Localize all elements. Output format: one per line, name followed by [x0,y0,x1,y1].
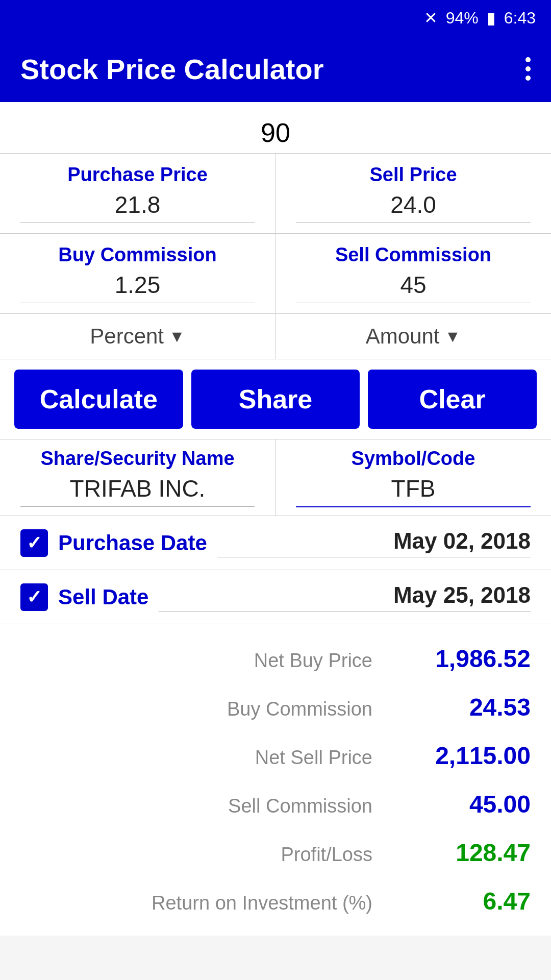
net-buy-price-label: Net Buy Price [254,650,372,672]
sell-price-col: Sell Price [276,154,551,233]
price-row: Purchase Price Sell Price [0,154,551,234]
purchase-price-label: Purchase Price [67,164,208,186]
purchase-price-input[interactable] [20,191,255,223]
sell-date-value[interactable]: May 25, 2018 [159,582,531,611]
purchase-date-value[interactable]: May 02, 2018 [217,528,531,557]
sell-commission-type-arrow: ▼ [445,327,461,346]
sell-date-checkmark: ✓ [27,586,42,608]
sell-date-row: ✓ Sell Date May 25, 2018 [0,570,551,624]
sell-commission-result-row: Sell Commission 45.00 [20,780,531,828]
sell-commission-input[interactable] [296,271,531,303]
sell-commission-result-value: 45.00 [388,790,531,818]
share-name-col: Share/Security Name [0,439,276,516]
net-sell-price-label: Net Sell Price [255,747,372,769]
clear-button[interactable]: Clear [368,370,537,429]
profit-loss-value: 128.47 [388,839,531,867]
main-content: Purchase Price Sell Price Buy Commission… [0,102,551,936]
symbol-input[interactable] [296,475,531,507]
roi-value: 6.47 [388,887,531,915]
buy-commission-type-arrow: ▼ [169,327,185,346]
calculate-button[interactable]: Calculate [14,370,183,429]
sell-date-checkbox-label: ✓ Sell Date [20,583,148,611]
sell-price-label: Sell Price [369,164,457,186]
purchase-date-checkbox-label: ✓ Purchase Date [20,529,207,557]
buttons-row: Calculate Share Clear [0,359,551,439]
purchase-date-checkmark: ✓ [27,532,42,554]
more-options-button[interactable] [525,57,531,81]
net-sell-price-value: 2,115.00 [388,742,531,770]
sell-commission-result-label: Sell Commission [228,795,372,817]
net-buy-price-value: 1,986.52 [388,645,531,673]
app-bar: Stock Price Calculator [0,36,551,102]
net-buy-price-row: Net Buy Price 1,986.52 [20,634,531,683]
buy-commission-input[interactable] [20,271,255,303]
buy-commission-result-label: Buy Commission [227,698,372,720]
buy-commission-result-row: Buy Commission 24.53 [20,683,531,731]
purchase-date-checkbox[interactable]: ✓ [20,529,48,557]
roi-label: Return on Investment (%) [152,892,372,914]
battery-icon: ▮ [487,8,496,28]
symbol-label: Symbol/Code [352,448,475,470]
profit-loss-row: Profit/Loss 128.47 [20,828,531,877]
buy-commission-col: Buy Commission [0,234,276,313]
sell-date-checkbox[interactable]: ✓ [20,583,48,611]
profit-loss-label: Profit/Loss [281,844,372,866]
buy-commission-label: Buy Commission [58,244,216,266]
sell-commission-label: Sell Commission [335,244,491,266]
status-bar: ✕ 94% ▮ 6:43 [0,0,551,36]
sell-commission-type-dropdown[interactable]: Amount ▼ [276,314,551,359]
share-name-input[interactable] [20,475,255,507]
buy-commission-type-text: Percent [90,324,164,349]
shares-row [0,102,551,154]
share-button[interactable]: Share [191,370,360,429]
sell-date-label: Sell Date [58,585,148,609]
share-name-label: Share/Security Name [40,448,234,470]
roi-row: Return on Investment (%) 6.47 [20,877,531,925]
name-symbol-row: Share/Security Name Symbol/Code [0,439,551,516]
sell-commission-type-text: Amount [366,324,440,349]
purchase-date-row: ✓ Purchase Date May 02, 2018 [0,516,551,570]
signal-icon: ✕ [424,8,438,28]
time-display: 6:43 [504,9,536,28]
results-section: Net Buy Price 1,986.52 Buy Commission 24… [0,624,551,936]
app-title: Stock Price Calculator [20,53,323,86]
battery-text: 94% [446,9,479,28]
buy-commission-result-value: 24.53 [388,693,531,721]
symbol-col: Symbol/Code [276,439,551,516]
shares-input[interactable] [20,117,531,153]
sell-commission-col: Sell Commission [276,234,551,313]
sell-price-input[interactable] [296,191,531,223]
purchase-date-label: Purchase Date [58,531,207,555]
dropdown-row: Percent ▼ Amount ▼ [0,314,551,359]
buy-commission-type-dropdown[interactable]: Percent ▼ [0,314,276,359]
commission-row: Buy Commission Sell Commission [0,234,551,314]
purchase-price-col: Purchase Price [0,154,276,233]
net-sell-price-row: Net Sell Price 2,115.00 [20,731,531,780]
